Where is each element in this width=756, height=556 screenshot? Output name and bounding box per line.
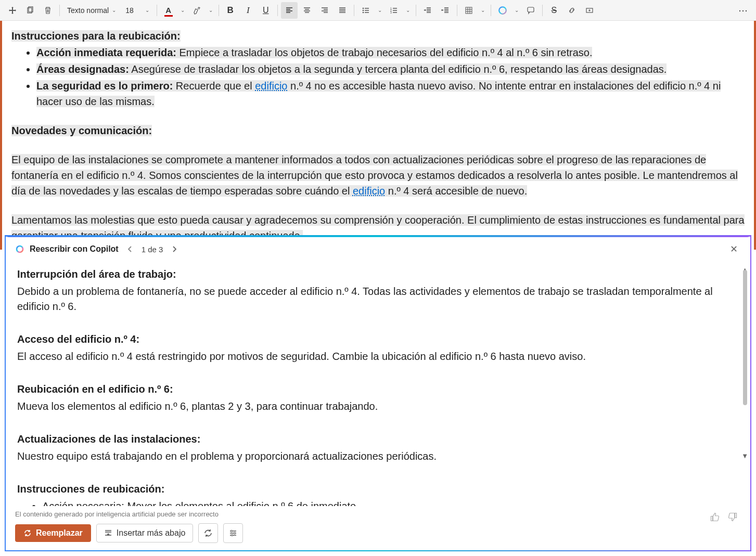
thumbs-down-button[interactable] xyxy=(726,511,739,523)
numbered-list-chevron[interactable]: ⌄ xyxy=(403,2,413,19)
suggestion-heading: Actualizaciones de las instalaciones: xyxy=(17,432,739,447)
font-color-chevron[interactable]: ⌄ xyxy=(178,2,187,19)
copilot-chevron[interactable]: ⌄ xyxy=(512,2,521,19)
feedback-buttons xyxy=(709,511,739,523)
doc-paragraph: El equipo de las instalaciones se compro… xyxy=(11,152,745,199)
decrease-indent-button[interactable] xyxy=(419,2,436,19)
hyperlink[interactable]: edificio xyxy=(255,80,287,92)
link-button[interactable] xyxy=(563,2,580,19)
doc-heading-1: Instrucciones para la reubicación: xyxy=(11,30,181,42)
svg-point-2 xyxy=(362,7,364,9)
regenerate-button[interactable] xyxy=(198,523,218,543)
more-options-button[interactable]: ⋯ xyxy=(735,2,752,19)
delete-icon[interactable] xyxy=(40,2,56,19)
svg-point-14 xyxy=(234,533,236,534)
underline-button[interactable]: U xyxy=(258,2,274,19)
replace-button[interactable]: Reemplazar xyxy=(15,524,91,542)
copilot-rewrite-panel: Reescribir con Copilot 1 de 3 ✕ Interrup… xyxy=(5,235,751,551)
style-label: Texto normal xyxy=(67,6,109,15)
chevron-down-icon: ⌄ xyxy=(145,7,149,13)
copilot-header: Reescribir con Copilot 1 de 3 ✕ xyxy=(6,237,750,262)
prev-suggestion-button[interactable] xyxy=(124,243,136,255)
table-chevron[interactable]: ⌄ xyxy=(478,2,488,19)
italic-button[interactable]: I xyxy=(240,2,257,19)
highlight-chevron[interactable]: ⌄ xyxy=(206,2,215,19)
highlight-button[interactable] xyxy=(188,2,205,19)
scroll-down-arrow[interactable]: ▼ xyxy=(741,452,748,460)
copilot-panel-title: Reescribir con Copilot xyxy=(30,244,119,254)
suggestion-paragraph: El acceso al edificio n.º 4 está restrin… xyxy=(17,349,739,364)
hyperlink[interactable]: edificio xyxy=(353,185,385,197)
svg-rect-8 xyxy=(466,7,472,14)
ai-disclaimer: El contenido generado por inteligencia a… xyxy=(15,510,219,518)
svg-rect-10 xyxy=(528,7,534,12)
suggestion-heading: Reubicación en el edificio n.º 6: xyxy=(17,382,739,397)
font-color-button[interactable]: A xyxy=(160,2,177,19)
insert-below-button[interactable]: Insertar más abajo xyxy=(96,524,194,542)
list-item: Acción inmediata requerida: Empiece a tr… xyxy=(36,45,745,60)
document-editor[interactable]: Instrucciones para la reubicación: Acció… xyxy=(0,21,756,250)
doc-bullet-list-1: Acción inmediata requerida: Empiece a tr… xyxy=(36,45,745,109)
list-item: Acción necesaria: Mover los elementos al… xyxy=(42,499,739,506)
thumbs-up-button[interactable] xyxy=(709,511,721,523)
svg-point-9 xyxy=(499,7,506,14)
copilot-button[interactable] xyxy=(494,2,511,19)
align-right-button[interactable] xyxy=(316,2,333,19)
suggestion-heading: Acceso del edificio n.º 4: xyxy=(17,332,739,347)
insert-below-icon xyxy=(104,529,112,537)
increase-indent-button[interactable] xyxy=(437,2,454,19)
bullet-list-button[interactable] xyxy=(357,2,374,19)
adjust-button[interactable] xyxy=(223,523,243,543)
list-item: La seguridad es lo primero: Recuerde que… xyxy=(36,78,745,109)
list-item: Áreas designadas: Asegúrese de trasladar… xyxy=(36,61,745,77)
copy-icon[interactable] xyxy=(22,2,39,19)
svg-point-4 xyxy=(362,11,364,13)
copilot-logo-icon xyxy=(15,244,24,254)
suggestion-paragraph: Nuestro equipo está trabajando en el pro… xyxy=(17,449,739,464)
svg-point-12 xyxy=(17,246,23,252)
strikethrough-button[interactable]: S xyxy=(546,2,562,19)
suggestion-heading: Instrucciones de reubicación: xyxy=(17,482,739,497)
svg-point-15 xyxy=(232,535,233,536)
bullet-list-chevron[interactable]: ⌄ xyxy=(375,2,385,19)
copilot-footer: El contenido generado por inteligencia a… xyxy=(6,506,750,550)
paragraph-style-dropdown[interactable]: Texto normal ⌄ xyxy=(63,2,120,19)
insert-button[interactable] xyxy=(581,2,598,19)
bold-button[interactable]: B xyxy=(222,2,239,19)
font-size-label: 18 xyxy=(125,6,134,15)
move-icon[interactable] xyxy=(4,2,21,19)
close-button[interactable]: ✕ xyxy=(726,242,741,256)
svg-point-3 xyxy=(362,9,364,11)
suggestion-bullet-list: Acción necesaria: Mover los elementos al… xyxy=(42,499,739,506)
svg-text:3: 3 xyxy=(390,11,392,14)
font-size-dropdown[interactable]: 18 ⌄ xyxy=(121,2,153,19)
formatting-toolbar: Texto normal ⌄ 18 ⌄ A ⌄ ⌄ B I U ⌄ 123 ⌄ … xyxy=(0,0,756,21)
align-justify-button[interactable] xyxy=(334,2,351,19)
table-button[interactable] xyxy=(460,2,477,19)
next-suggestion-button[interactable] xyxy=(168,243,181,255)
align-left-button[interactable] xyxy=(281,2,298,19)
replace-icon xyxy=(23,529,32,537)
suggestion-heading: Interrupción del área de trabajo: xyxy=(17,267,739,282)
chevron-down-icon: ⌄ xyxy=(112,7,116,13)
suggestion-paragraph: Mueva los elementos al edificio n.º 6, p… xyxy=(17,399,739,414)
svg-point-13 xyxy=(231,531,233,532)
doc-heading-2: Novedades y comunicación: xyxy=(11,125,152,136)
align-center-button[interactable] xyxy=(299,2,315,19)
scrollbar-thumb[interactable] xyxy=(743,270,747,405)
suggestion-paragraph: Debido a un problema de fontanería, no s… xyxy=(17,284,739,314)
comment-button[interactable] xyxy=(522,2,539,19)
suggestion-counter: 1 de 3 xyxy=(142,245,163,254)
numbered-list-button[interactable]: 123 xyxy=(386,2,402,19)
copilot-suggestion-body: Interrupción del área de trabajo: Debido… xyxy=(6,262,750,506)
